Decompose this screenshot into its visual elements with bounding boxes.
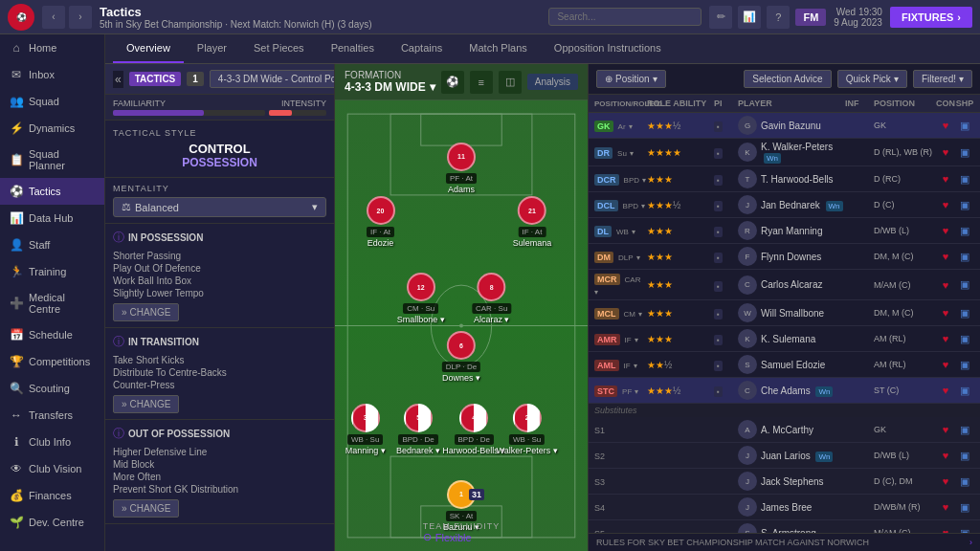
sidebar-item-dev-centre[interactable]: 🌱 Dev. Centre (0, 509, 104, 536)
player-node-edozie[interactable]: 20 IF · At Edozie (367, 196, 395, 248)
quick-pick-button[interactable]: Quick Pick ▾ (837, 70, 907, 88)
out-possession-change-button[interactable]: » CHANGE (113, 499, 179, 518)
formation-view-toggle[interactable]: ⚽ (441, 71, 464, 94)
table-row[interactable]: DR Su ▾ ★★★★ ▪ K K. Walker-Peters Wn D (… (589, 139, 980, 166)
formation-label: FORMATION (345, 70, 435, 80)
expand-rules-icon[interactable]: › (969, 538, 972, 547)
sidebar-item-club-vision[interactable]: 👁 Club Vision (0, 455, 104, 482)
sidebar-item-schedule[interactable]: 📅 Schedule (0, 321, 104, 348)
player-name-cell: James Bree (761, 502, 812, 513)
cell-stars: ★★★ (647, 174, 714, 185)
player-name-cell: A. McCarthy (761, 425, 813, 435)
tab-match-plans[interactable]: Match Plans (456, 34, 541, 63)
sidebar-item-tactics[interactable]: ⚽ Tactics (0, 178, 104, 205)
formation-bar-view[interactable]: ≡ (470, 71, 493, 94)
sidebar-item-inbox[interactable]: ✉ Inbox (0, 61, 104, 88)
player-node-bednarek[interactable]: 5 BPD · De Bednarek ▾ (396, 404, 440, 455)
table-row[interactable]: MCL CM ▾ ★★★ ▪ W Will Smallbone DM, M (C… (589, 300, 980, 326)
player-node-smallbone[interactable]: 12 CM · Su Smallbone ▾ (397, 273, 445, 324)
table-row[interactable]: S2 J Juan Larios Wn D/WB (L) ♥ ▣ (589, 443, 980, 469)
sidebar-item-finances[interactable]: 💰 Finances (0, 482, 104, 509)
sidebar-item-scouting[interactable]: 🔍 Scouting (0, 375, 104, 402)
fixtures-button[interactable]: FIXTURES › (890, 7, 972, 28)
sidebar-item-medical[interactable]: ➕ Medical Centre (0, 285, 104, 321)
bottom-bar: RULES FOR SKY BET CHAMPIONSHIP MATCH AGA… (589, 533, 980, 551)
table-row[interactable]: S1 A A. McCarthy GK ♥ ▣ (589, 417, 980, 443)
sidebar-item-transfers[interactable]: ↔ Transfers (0, 402, 104, 429)
tab-player[interactable]: Player (184, 34, 240, 63)
filtered-button[interactable]: Filtered! ▾ (913, 70, 972, 88)
col-header-position: POSITION (874, 99, 936, 108)
role-sub: IF (624, 362, 631, 370)
analysis-button[interactable]: Analysis (527, 74, 578, 90)
position-icon: ⊕ (605, 74, 612, 84)
tab-captains[interactable]: Captains (388, 34, 456, 63)
selection-advice-button[interactable]: Selection Advice (744, 70, 831, 88)
table-row[interactable]: MCR CAR ▾ ★★★ ▪ C Carlos Alcaraz M/AM (C… (589, 270, 980, 300)
sidebar-item-training[interactable]: 🏃 Training (0, 258, 104, 285)
pos-badge: MCR (594, 274, 620, 285)
player-avatar: S (738, 355, 757, 374)
sidebar-item-data-hub[interactable]: 📊 Data Hub (0, 205, 104, 231)
in-possession-change-button[interactable]: » CHANGE (113, 303, 179, 321)
cell-pos: MCL CM ▾ (594, 307, 647, 320)
player-name-cell: Che Adams Wn (761, 386, 833, 396)
heart-icon: ♥ (943, 251, 949, 262)
table-row[interactable]: S4 J James Bree D/WB/M (R) ♥ ▣ (589, 495, 980, 520)
player-node-downes[interactable]: 6 DLP · De Downes ▾ (442, 331, 480, 383)
shirt-icon: ▣ (960, 251, 969, 262)
table-row[interactable]: GK Ar ▾ ★★★½ ▪ G Gavin Bazunu GK ♥ (589, 113, 980, 139)
nav-forward[interactable]: › (69, 6, 92, 29)
player-node-sulemana[interactable]: 21 IF · At Sulemana (513, 196, 552, 248)
sidebar-item-squad[interactable]: 👥 Squad (0, 88, 104, 115)
col-header-pos: POSITION/ROLE/D... (594, 99, 647, 108)
role-sub: WB (616, 228, 629, 236)
player-node-manning[interactable]: 3 WB · Su Manning ▾ (345, 404, 386, 455)
cell-pos: S3 (594, 475, 647, 487)
table-row[interactable]: S5 S S. Armstrong M/AM (C) ♥ ▣ (589, 520, 980, 533)
table-row[interactable]: DCR BPD ▾ ★★★ ▪ T T. Harwood-Bells D (RC… (589, 166, 980, 192)
cell-shp: ▣ (955, 424, 974, 436)
shirt-icon: ▣ (960, 146, 969, 158)
table-row[interactable]: STC PF ▾ ★★★½ ▪ C Che Adams Wn ST (C) ♥ (589, 378, 980, 404)
table-row[interactable]: AML IF ▾ ★★½ ▪ S Samuel Edozie AM (RL) ♥ (589, 352, 980, 378)
pos-badge: AMR (594, 334, 620, 345)
collapse-left-button[interactable]: « (113, 71, 123, 88)
position-filter-button[interactable]: ⊕ Position ▾ (596, 70, 666, 88)
table-row[interactable]: AMR IF ▾ ★★★ ▪ K K. Sulemana AM (RL) ♥ (589, 326, 980, 352)
tab-penalties[interactable]: Penalties (318, 34, 388, 63)
player-node-alcaraz[interactable]: 8 CAR · Su Alcaraz ▾ (472, 273, 511, 324)
sidebar-item-home[interactable]: ⌂ Home (0, 34, 104, 61)
cell-position: D (C), DM (874, 476, 936, 486)
tactic-selector[interactable]: 4-3-3 DM Wide - Control Poss... (210, 70, 335, 88)
table-row[interactable]: S3 J Jack Stephens D (C), DM ♥ ▣ (589, 469, 980, 495)
subs-label: Substitutes (589, 404, 980, 417)
player-node-adams[interactable]: 11 PF · At Adams (446, 143, 477, 194)
tactics-badge: TACTICS (129, 72, 182, 86)
tab-overview[interactable]: Overview (113, 34, 184, 63)
help-icon[interactable]: ? (767, 6, 790, 29)
cell-player: S Samuel Edozie (738, 355, 845, 374)
player-node-walker[interactable]: 2 WB · Su Walker-Peters ▾ (497, 404, 558, 455)
formation-chart-view[interactable]: ◫ (499, 71, 522, 94)
tab-set-pieces[interactable]: Set Pieces (240, 34, 318, 63)
table-row[interactable]: DM DLP ▾ ★★★ ▪ F Flynn Downes DM, M (C) … (589, 244, 980, 270)
mentality-selector[interactable]: ⚖ Balanced ▾ (113, 197, 326, 217)
chart-icon[interactable]: 📊 (738, 6, 761, 29)
sidebar-item-dynamics[interactable]: ⚡ Dynamics (0, 115, 104, 142)
search-input[interactable] (548, 8, 702, 26)
tab-opposition[interactable]: Opposition Instructions (541, 34, 675, 63)
shirt-icon: ▣ (960, 424, 969, 435)
edit-icon[interactable]: ✏ (709, 6, 732, 29)
sidebar-item-staff[interactable]: 👤 Staff (0, 231, 104, 258)
inbox-icon: ✉ (10, 68, 23, 81)
table-row[interactable]: DCL BPD ▾ ★★★½ ▪ J Jan Bednarek Wn D (C)… (589, 192, 980, 218)
sidebar-item-club-info[interactable]: ℹ Club Info (0, 429, 104, 455)
sidebar-item-competitions[interactable]: 🏆 Competitions (0, 348, 104, 375)
table-row[interactable]: DL WB ▾ ★★★ ▪ R Ryan Manning D/WB (L) ♥ (589, 218, 980, 244)
in-transition-change-button[interactable]: » CHANGE (113, 395, 179, 413)
nav-back[interactable]: ‹ (42, 6, 65, 29)
familiarity-bar: FAMILIARITY INTENSITY (105, 95, 334, 121)
player-avatar: F (738, 247, 757, 266)
sidebar-item-squad-planner[interactable]: 📋 Squad Planner (0, 142, 104, 178)
